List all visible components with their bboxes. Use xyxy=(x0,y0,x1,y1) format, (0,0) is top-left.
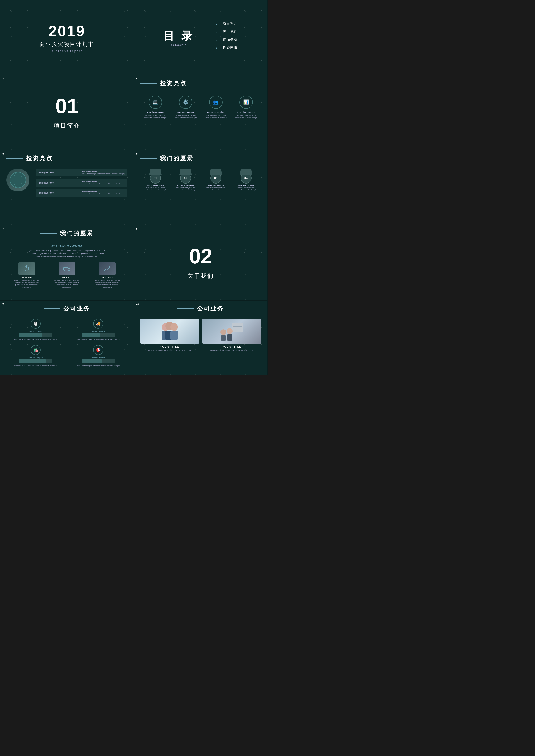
slide-num-4: 4 xyxy=(136,77,138,80)
medal-shape-3: 04 xyxy=(240,169,252,183)
biz-item-3: 🎯 more then template click here to add y… xyxy=(69,345,127,367)
title-chinese: 商业投资项目计划书 xyxy=(40,41,94,48)
icon-item-1: ⚙️ more then template click here to add … xyxy=(173,96,198,119)
service-title-2: Service 03 xyxy=(102,276,113,279)
medal-shape-2: 03 xyxy=(210,169,222,183)
company-desc: by faith I mean a vision of good one che… xyxy=(27,249,107,258)
medal-item-2: 03 more than template click here to add … xyxy=(204,169,227,191)
item-label-2: title gose here xyxy=(39,191,60,194)
biz-bar-0 xyxy=(19,333,52,337)
slide5-header: 投资亮点 xyxy=(7,154,127,164)
medal-shape-1: 02 xyxy=(179,169,192,183)
biz-icon-3: 🎯 xyxy=(93,345,103,355)
service-desc-0: By faith I mean a vision of good one che… xyxy=(14,279,39,288)
slide-3: 3 01 项目简介 xyxy=(0,75,134,150)
toc-label-3: 市场分析 xyxy=(223,38,238,42)
svg-point-23 xyxy=(227,328,233,334)
slide7-header: 我们的愿景 xyxy=(7,230,127,239)
biz-bar-3 xyxy=(82,359,115,363)
slide-8: 8 02 关于我们 xyxy=(134,225,268,300)
slide-num-5: 5 xyxy=(2,152,4,155)
icon-desc-1: click here to add you to the center of t… xyxy=(174,115,197,119)
biz-bar-label-2: more then template xyxy=(28,357,43,358)
biz-desc-2: click here to add you to the center of t… xyxy=(14,365,57,367)
divider-3 xyxy=(61,119,73,119)
toc-item-3: 3. 市场分析 xyxy=(216,38,238,42)
icon-text-0: more then template click here to add you… xyxy=(143,111,168,119)
toc-item-2: 2. 关于我们 xyxy=(216,29,238,34)
biz-icon-1: 🚚 xyxy=(93,319,103,329)
biz-icon-2: 🛍️ xyxy=(31,345,41,355)
photos-row: YOUR TITLE Click here to add you to the … xyxy=(140,319,261,351)
biz-bar-label-1: more then template xyxy=(91,330,105,332)
service-title-0: Service 01 xyxy=(21,276,32,279)
toc-subtitle: concents xyxy=(163,43,194,46)
biz-bar-label-0: more then template xyxy=(28,330,43,332)
slide5-list: title gose here more than template click… xyxy=(36,169,127,199)
service-img-0 xyxy=(18,262,35,275)
icon-desc-0: click here to add you to the center of t… xyxy=(144,115,167,119)
slide-4: 4 投资亮点 💻 more then template click here t… xyxy=(134,75,268,150)
mouse-icon xyxy=(22,265,31,273)
slide9-header: 公司业务 xyxy=(7,305,127,315)
service-item-2: Service 03 By faith I mean a vision of g… xyxy=(95,262,120,288)
icon-item-3: 📊 more then template click here to add y… xyxy=(234,96,259,119)
section-title-3: 项目简介 xyxy=(54,122,80,130)
service-desc-1: By faith I mean a vision of good one che… xyxy=(54,279,79,288)
svg-rect-7 xyxy=(64,267,68,270)
photo-item-1: YOUR TITLE Click here to add you to the … xyxy=(202,319,261,351)
section-title-8: 关于我们 xyxy=(187,272,214,280)
slide-num-6: 6 xyxy=(136,152,138,155)
services-row: Service 01 By faith I mean a vision of g… xyxy=(7,262,127,288)
medals-row: 01 more than template click here to add … xyxy=(140,169,261,191)
slide5-image xyxy=(7,169,29,191)
slide-num-8: 8 xyxy=(136,227,138,230)
slide10-header: 公司业务 xyxy=(140,305,261,315)
line-accent-7 xyxy=(41,233,57,234)
slide6-header: 我们的愿景 xyxy=(140,154,261,164)
toc-label-2: 关于我们 xyxy=(223,29,238,34)
slide-9: 9 公司业务 🖱️ more then template click here … xyxy=(0,300,134,376)
service-item-1: Service 02 By faith I mean a vision of g… xyxy=(54,262,79,288)
biz-item-0: 🖱️ more then template click here to add … xyxy=(7,319,65,341)
truck-icon xyxy=(63,265,71,273)
biz-grid: 🖱️ more then template click here to add … xyxy=(7,319,127,367)
icon-circle-1: ⚙️ xyxy=(179,96,192,109)
biz-item-2: 🛍️ more then template click here to add … xyxy=(7,345,65,367)
slide-5: 5 投资亮点 title gose here xyxy=(0,150,134,225)
photo-item-0: YOUR TITLE Click here to add you to the … xyxy=(140,319,199,351)
company-name: an awesome company xyxy=(7,243,127,247)
toc-item-4: 4. 投资回报 xyxy=(216,46,238,50)
toc-num-1: 1. xyxy=(216,22,220,25)
medal-item-1: 02 more than template click here to add … xyxy=(174,169,197,191)
list-item-2: title gose here more than template click… xyxy=(36,189,127,197)
toc-label-4: 投资回报 xyxy=(223,46,238,50)
icon-title-2: more then template xyxy=(203,111,228,114)
slide6-heading: 我们的愿景 xyxy=(160,154,193,162)
photo-people xyxy=(140,319,199,344)
service-img-1 xyxy=(59,262,75,275)
slide-num-9: 9 xyxy=(2,302,4,305)
icon-desc-2: click here to add you to the center of t… xyxy=(205,115,227,119)
divider-8 xyxy=(194,269,207,269)
icon-circle-0: 💻 xyxy=(149,96,162,109)
medal-shape-0: 01 xyxy=(149,169,162,183)
icon-title-1: more then template xyxy=(173,111,198,114)
svg-point-15 xyxy=(170,323,178,331)
icon-title-0: more then template xyxy=(143,111,168,114)
svg-point-10 xyxy=(109,266,110,267)
item-label-1: title gose here xyxy=(39,182,60,184)
photo-meeting xyxy=(202,319,261,344)
toc-list: 1. 项目简介 2. 关于我们 3. 市场分析 4. 投资回报 xyxy=(216,21,238,54)
medal-top-0 xyxy=(149,169,162,175)
section-number-8: 02 xyxy=(189,246,212,266)
svg-point-21 xyxy=(220,329,226,335)
service-img-2 xyxy=(99,262,116,275)
line-accent-4 xyxy=(140,83,157,84)
icons-row-4: 💻 more then template click here to add y… xyxy=(140,96,261,119)
icon-desc-3: click here to add you to the center of t… xyxy=(235,115,257,119)
slide-1: 1 2019 商业投资项目计划书 business report xyxy=(0,0,134,75)
slide-2: 2 目 录 concents 1. 项目简介 2. 关于我们 3. 市场分析 4… xyxy=(134,0,268,75)
biz-bar-label-3: more then template xyxy=(91,357,105,358)
line-accent-9 xyxy=(44,308,61,309)
